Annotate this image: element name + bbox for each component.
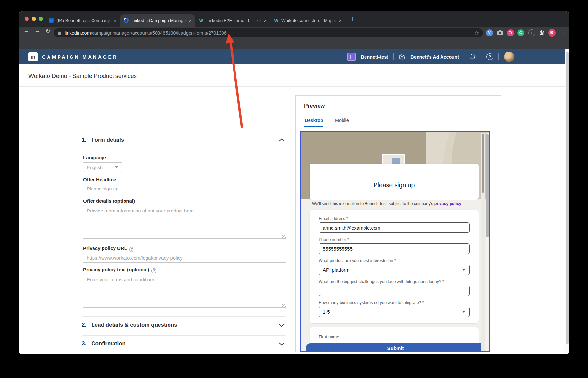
offer-details-textarea[interactable] xyxy=(83,205,286,239)
browser-menu-icon[interactable]: ⋮ xyxy=(559,29,567,37)
chevron-down-icon xyxy=(462,311,465,313)
tab-campaign-manager[interactable]: LinkedIn Campaign Manager × xyxy=(120,14,195,27)
section-number: 2. xyxy=(82,322,86,328)
reload-icon[interactable]: ↻ xyxy=(45,27,50,35)
header-divider xyxy=(481,53,481,60)
first-name-label: First name xyxy=(319,334,470,339)
browser-toolbar: ← → ↻ linkedin.com/campaignmanager/accou… xyxy=(19,27,569,49)
privacy-policy-textarea[interactable] xyxy=(83,274,286,308)
user-avatar[interactable] xyxy=(504,52,514,62)
help-tooltip-icon[interactable]: ? xyxy=(129,247,134,252)
bell-icon[interactable] xyxy=(470,53,476,60)
extension-loom-icon[interactable] xyxy=(506,29,514,37)
offer-headline-input[interactable] xyxy=(83,184,286,193)
field-label: What are the biggest challenges you face… xyxy=(319,279,470,284)
section-confirmation[interactable]: 3. Confirmation xyxy=(82,340,286,347)
submit-button[interactable]: Submit xyxy=(306,343,485,352)
tab-close-icon[interactable]: × xyxy=(339,18,342,23)
language-select[interactable]: English xyxy=(83,162,122,172)
section-title: Form details xyxy=(91,137,124,143)
extension-info-icon[interactable]: i xyxy=(528,29,536,37)
tab-title: Linkedin E2E demo - LI => SF L xyxy=(206,18,262,23)
help-tooltip-icon[interactable]: ? xyxy=(151,268,156,273)
systems-select[interactable]: 1-5 xyxy=(319,307,470,317)
back-icon[interactable]: ← xyxy=(23,27,29,34)
section-lead-details[interactable]: 2. Lead details & custom questions xyxy=(82,322,286,328)
extensions-puzzle-icon[interactable] xyxy=(538,29,546,37)
account-badge-icon[interactable] xyxy=(347,53,356,61)
tab-close-icon[interactable]: × xyxy=(114,18,116,23)
section-form-details[interactable]: 1. Form details xyxy=(82,137,286,143)
tab-linkedin-e2e-demo[interactable]: W Linkedin E2E demo - LI => SF L × xyxy=(195,14,270,27)
field-label: Email address * xyxy=(319,216,470,221)
chevron-up-icon[interactable] xyxy=(278,138,285,142)
header-divider xyxy=(498,53,499,60)
field-label: Phone number * xyxy=(319,237,470,242)
tab-bennett-test-company[interactable]: in (64) Bennett-test: Company Pa × xyxy=(45,14,120,27)
chevron-down-icon[interactable] xyxy=(278,323,285,327)
tab-strip: in (64) Bennett-test: Company Pa × Linke… xyxy=(19,11,569,27)
browser-window: in (64) Bennett-test: Company Pa × Linke… xyxy=(19,11,569,354)
challenges-input[interactable] xyxy=(319,286,470,296)
phone-input[interactable] xyxy=(319,243,470,254)
tab-desktop[interactable]: Desktop xyxy=(305,118,323,123)
preview-panel: Preview Desktop Mobile xyxy=(295,95,501,352)
email-input[interactable] xyxy=(319,222,470,233)
browser-profile-avatar[interactable]: B xyxy=(548,29,556,37)
section-divider xyxy=(82,335,286,336)
preview-fields-card: Email address * Phone number * What prod… xyxy=(310,210,479,323)
tab-close-icon[interactable]: × xyxy=(264,18,267,23)
field-product-interest: What product are you most interested in … xyxy=(319,258,470,275)
workato-favicon-icon: W xyxy=(274,18,279,23)
screenshot-root: in (64) Bennett-test: Company Pa × Linke… xyxy=(0,0,588,378)
section-number: 1. xyxy=(82,137,86,143)
section-title: Lead details & custom questions xyxy=(91,322,177,328)
chevron-down-icon[interactable] xyxy=(278,342,285,346)
extension-camera-icon[interactable] xyxy=(496,29,504,37)
linkedin-app-header: in CAMPAIGN MANAGER Bennett-test Bennett… xyxy=(19,49,569,64)
resize-handle[interactable] xyxy=(282,304,286,307)
tab-title: LinkedIn Campaign Manager xyxy=(131,18,187,23)
traffic-light-minimize[interactable] xyxy=(32,17,36,21)
traffic-light-zoom[interactable] xyxy=(39,17,43,21)
bookmark-star-icon[interactable]: ☆ xyxy=(474,30,479,36)
address-bar[interactable]: linkedin.com/campaignmanager/accounts/50… xyxy=(54,28,483,37)
field-business-systems: How many business systems do you want to… xyxy=(319,300,470,317)
form-headline: Please sign up xyxy=(310,181,479,189)
new-tab-button[interactable]: + xyxy=(351,16,354,22)
url-domain: linkedin.com xyxy=(65,30,91,36)
extension-v-icon[interactable]: V xyxy=(485,29,493,37)
chevron-down-icon xyxy=(115,166,118,168)
resize-handle[interactable] xyxy=(282,235,286,238)
forward-icon[interactable]: → xyxy=(34,27,40,34)
section-divider xyxy=(82,316,286,317)
app-brand-title: CAMPAIGN MANAGER xyxy=(42,54,118,59)
privacy-policy-url-input[interactable] xyxy=(83,253,286,263)
language-label: Language xyxy=(83,155,106,160)
page-scrollbar[interactable] xyxy=(565,49,569,354)
traffic-light-close[interactable] xyxy=(25,17,29,21)
lock-icon xyxy=(58,30,61,35)
help-icon[interactable]: ? xyxy=(486,53,493,60)
field-email: Email address * xyxy=(319,216,470,233)
ad-account-name[interactable]: Bennett's Ad Account xyxy=(410,54,459,59)
tab-workato-connectors[interactable]: W Workato connectors - Mapper × xyxy=(270,14,345,27)
page-title: Workato Demo - Sample Product services xyxy=(28,73,137,80)
extension-grammarly-icon[interactable]: G xyxy=(517,29,525,37)
active-tab-underline xyxy=(304,126,323,127)
account-name[interactable]: Bennett-test xyxy=(361,54,388,59)
section-title: Confirmation xyxy=(91,340,125,347)
privacy-policy-link[interactable]: privacy policy xyxy=(434,201,461,206)
gear-icon[interactable] xyxy=(399,54,405,60)
linkedin-logo[interactable]: in xyxy=(28,52,38,61)
tab-mobile[interactable]: Mobile xyxy=(335,118,349,123)
preview-outer-scrollbar[interactable] xyxy=(486,133,489,351)
url-path: /campaignmanager/accounts/508465100/lead… xyxy=(91,30,227,36)
privacy-policy-url-label: Privacy policy URL? xyxy=(83,245,134,252)
tab-separator xyxy=(270,17,270,23)
page-title-bar: Workato Demo - Sample Product services xyxy=(19,64,569,87)
campaign-manager-favicon-icon xyxy=(124,18,129,23)
preview-inner-scrollbar[interactable] xyxy=(481,133,485,351)
product-select[interactable]: API platform xyxy=(319,265,470,275)
tab-close-icon[interactable]: × xyxy=(189,18,191,23)
